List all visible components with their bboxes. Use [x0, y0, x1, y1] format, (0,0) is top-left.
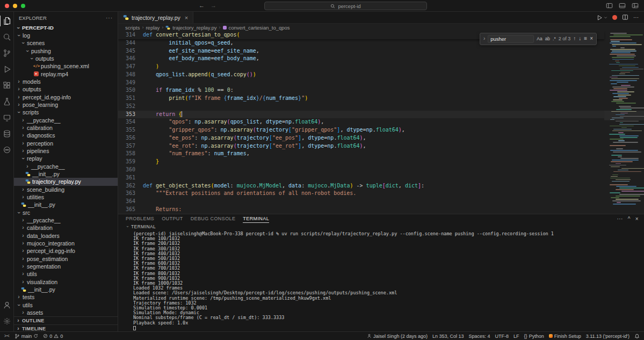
- line-number[interactable]: 362: [118, 182, 143, 190]
- tree-folder-log[interactable]: ›log: [14, 32, 118, 39]
- timeline-section-header[interactable]: › TIMELINE: [14, 324, 118, 331]
- code-line[interactable]: 365 Returns:: [118, 206, 604, 214]
- breadcrumb-item[interactable]: replay: [146, 25, 160, 31]
- cursor-position-button[interactable]: Ln 353, Col 13: [432, 334, 464, 339]
- tree-folder-scenes[interactable]: ›scenes: [14, 39, 118, 47]
- line-number[interactable]: 344: [118, 39, 143, 47]
- tree-folder-replay[interactable]: ›replay: [14, 155, 118, 162]
- line-number[interactable]: 356: [118, 134, 143, 142]
- tree-file-pushing_scene.xml[interactable]: </>pushing_scene.xml: [14, 62, 118, 70]
- tab-output[interactable]: OUTPUT: [162, 214, 183, 223]
- tree-folder-perception[interactable]: ›perception: [14, 140, 118, 147]
- code-line[interactable]: 348 qpos_list.append(q_seed.copy()): [118, 71, 604, 79]
- line-number[interactable]: 357: [118, 142, 143, 150]
- line-number[interactable]: 360: [118, 166, 143, 174]
- back-icon[interactable]: ←: [199, 2, 205, 9]
- minimap[interactable]: [604, 31, 644, 214]
- testing-icon[interactable]: [0, 93, 14, 110]
- notifications-bell-icon[interactable]: [634, 334, 640, 339]
- tree-folder-percept_id.egg-info[interactable]: ›percept_id.egg-info: [14, 247, 118, 255]
- tree-folder-mujoco_integration[interactable]: ›mujoco_integration: [14, 240, 118, 247]
- source-control-icon[interactable]: [0, 45, 14, 61]
- tree-folder-outputs[interactable]: ›outputs: [14, 55, 118, 62]
- encoding-button[interactable]: UTF-8: [495, 334, 509, 339]
- code-line[interactable]: 364: [118, 198, 604, 206]
- terminal-output[interactable]: (percept-id) jaiselsingh@MacBook-Pro-338…: [133, 232, 640, 331]
- code-line[interactable]: 354 "qpos": np.asarray(qpos_list, dtype=…: [118, 118, 604, 126]
- line-number[interactable]: 348: [118, 71, 143, 79]
- code-line[interactable]: 351 print(f"IK frame {frame_idx}/{num_fr…: [118, 95, 604, 103]
- code-line[interactable]: 350 if frame_idx % 100 == 0:: [118, 86, 604, 95]
- run-python-file-button[interactable]: [596, 15, 607, 21]
- tree-folder-pose_estimation[interactable]: ›pose_estimation: [14, 255, 118, 263]
- breadcrumb-item[interactable]: trajectory_replay.py: [172, 25, 216, 31]
- tree-folder-tests[interactable]: ›tests: [14, 293, 118, 301]
- minimize-window-button[interactable]: [13, 4, 17, 8]
- code-line[interactable]: 359 }: [118, 158, 604, 166]
- find-in-selection-icon[interactable]: ≡: [584, 35, 587, 43]
- code-line[interactable]: 363 """Extract positions and orientation…: [118, 190, 604, 198]
- tree-folder-scripts[interactable]: ›scripts: [14, 108, 118, 116]
- code-line[interactable]: 356 "ee_pos": np.asarray(trajectory["ee_…: [118, 134, 604, 142]
- maximize-panel-icon[interactable]: ^: [628, 216, 631, 222]
- line-number[interactable]: 345: [118, 47, 143, 55]
- tree-folder-visualization[interactable]: ›visualization: [14, 278, 118, 286]
- search-icon[interactable]: [0, 29, 14, 45]
- code-line[interactable]: 360: [118, 166, 604, 174]
- extensions-icon[interactable]: [0, 77, 14, 93]
- previous-match-icon[interactable]: ↑: [573, 35, 576, 43]
- line-number[interactable]: 350: [118, 86, 143, 95]
- line-number[interactable]: 361: [118, 174, 143, 182]
- code-line[interactable]: 362def get_object_states(model: mujoco.M…: [118, 182, 604, 190]
- tree-folder-calibration[interactable]: ›calibration: [14, 124, 118, 132]
- tree-file-__init__.py[interactable]: __init__.py: [14, 170, 118, 178]
- tree-folder-data_loaders[interactable]: ›data_loaders: [14, 232, 118, 240]
- terminal-group-header[interactable]: › TERMINAL: [118, 223, 644, 230]
- code-line[interactable]: 355 "gripper_qpos": np.asarray(trajector…: [118, 126, 604, 134]
- more-actions-icon[interactable]: ···: [633, 15, 639, 20]
- find-input[interactable]: [488, 35, 534, 43]
- line-number[interactable]: 365: [118, 206, 143, 214]
- line-number[interactable]: 358: [118, 150, 143, 158]
- tree-folder-pushing[interactable]: ›pushing: [14, 47, 118, 55]
- line-number[interactable]: 314: [118, 31, 143, 39]
- tree-folder-calibration[interactable]: ›calibration: [14, 224, 118, 232]
- explorer-icon[interactable]: [0, 13, 14, 29]
- next-match-icon[interactable]: ↓: [578, 35, 581, 43]
- language-mode-button[interactable]: {} Python: [524, 334, 544, 339]
- toggle-panel-icon[interactable]: [619, 2, 626, 9]
- tab-trajectory-replay[interactable]: trajectory_replay.py ×: [118, 12, 193, 23]
- match-case-toggle[interactable]: Aa: [537, 35, 542, 43]
- line-number[interactable]: 355: [118, 126, 143, 134]
- whole-word-toggle[interactable]: ab: [545, 35, 550, 43]
- project-section-header[interactable]: › PERCEPT-ID: [14, 24, 118, 32]
- flame-icon[interactable]: [612, 15, 617, 20]
- tab-terminal[interactable]: TERMINAL: [243, 214, 269, 223]
- code-line[interactable]: 357 "ee_rot": np.asarray(trajectory["ee_…: [118, 142, 604, 150]
- tree-folder-percept_id.egg-info[interactable]: ›percept_id.egg-info: [14, 93, 118, 101]
- tree-folder-pose_learning[interactable]: ›pose_learning: [14, 101, 118, 108]
- code-line[interactable]: 349: [118, 79, 604, 87]
- toggle-primary-sidebar-icon[interactable]: [606, 2, 613, 9]
- line-number[interactable]: 349: [118, 79, 143, 87]
- line-number[interactable]: 352: [118, 103, 143, 111]
- indentation-button[interactable]: Spaces: 4: [469, 334, 490, 339]
- commit-info-button[interactable]: Jaisel Singh (2 days ago): [367, 334, 428, 339]
- breadcrumb-item[interactable]: scripts: [125, 25, 140, 31]
- split-editor-icon[interactable]: [622, 14, 628, 21]
- tree-folder-utils[interactable]: ›utils: [14, 301, 118, 308]
- tree-folder-assets[interactable]: ›assets: [14, 309, 118, 316]
- line-number[interactable]: 353: [118, 111, 143, 119]
- remote-indicator-button[interactable]: ><: [4, 334, 10, 338]
- line-number[interactable]: 363: [118, 190, 143, 198]
- tree-file-__init__.py[interactable]: __init__.py: [14, 286, 118, 293]
- code-line[interactable]: 346 eef_body_name=eef_body_name,: [118, 55, 604, 63]
- regex-toggle[interactable]: .*: [553, 35, 556, 43]
- chat-icon[interactable]: [0, 142, 14, 158]
- line-number[interactable]: 346: [118, 55, 143, 63]
- command-center-search[interactable]: percept-id: [264, 2, 427, 10]
- tree-folder-models[interactable]: ›models: [14, 78, 118, 85]
- tree-file-replay.mp4[interactable]: ▸replay.mp4: [14, 70, 118, 78]
- minimap-slider[interactable]: [604, 111, 644, 120]
- tree-folder-scene_building[interactable]: ›scene_building: [14, 186, 118, 193]
